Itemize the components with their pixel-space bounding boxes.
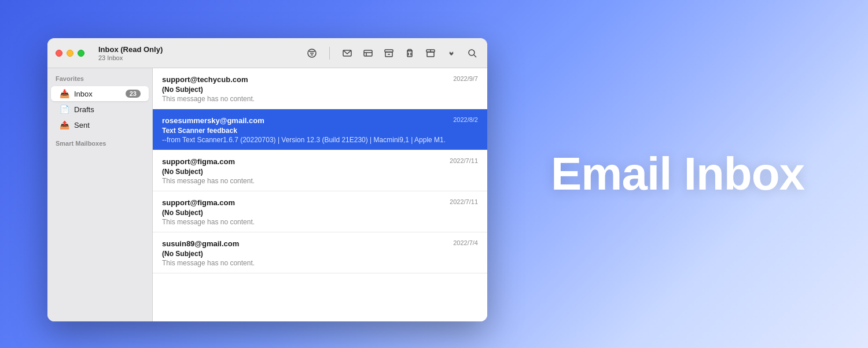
email-date-1: 2022/9/7 xyxy=(453,75,478,82)
email-row1-4: support@figma.com 2022/7/11 xyxy=(162,198,478,207)
flag-icon[interactable] xyxy=(425,47,436,59)
inbox-badge: 23 xyxy=(126,90,141,98)
more-icon[interactable] xyxy=(446,47,457,59)
sent-icon: 📤 xyxy=(59,120,69,129)
filter-icon[interactable] xyxy=(306,47,318,59)
fullscreen-button[interactable] xyxy=(78,50,84,57)
email-date-4: 2022/7/11 xyxy=(450,198,478,205)
compose-icon[interactable] xyxy=(341,47,353,59)
svg-rect-11 xyxy=(407,51,412,57)
sidebar-inbox-label: Inbox xyxy=(74,90,121,98)
hero-panel: Email Inbox xyxy=(487,147,868,201)
traffic-lights xyxy=(47,50,94,57)
email-subject-2: Text Scanner feedback xyxy=(162,127,478,135)
email-preview-3: This message has no content. xyxy=(162,177,478,185)
email-preview-5: This message has no content. xyxy=(162,259,478,267)
favorites-label: Favorites xyxy=(47,75,152,86)
email-row1-1: support@techycub.com 2022/9/7 xyxy=(162,75,478,84)
toolbar-divider xyxy=(329,47,330,60)
sidebar-drafts-label: Drafts xyxy=(74,105,141,114)
email-item-4[interactable]: support@figma.com 2022/7/11 (No Subject)… xyxy=(153,191,487,232)
email-row1-5: susuin89@gmail.com 2022/7/4 xyxy=(162,239,478,248)
sidebar-item-drafts[interactable]: 📄 Drafts xyxy=(51,102,149,117)
email-date-3: 2022/7/11 xyxy=(450,157,478,164)
email-sender-5: susuin89@gmail.com xyxy=(162,239,239,248)
inbox-icon: 📥 xyxy=(59,89,69,98)
smart-mailboxes-label: Smart Mailboxes xyxy=(47,133,152,150)
email-sender-2: rosesummersky@gmail.com xyxy=(162,116,264,125)
svg-rect-5 xyxy=(364,50,372,56)
email-subject-4: (No Subject) xyxy=(162,209,478,217)
svg-rect-15 xyxy=(427,52,434,57)
email-subject-1: (No Subject) xyxy=(162,86,478,94)
svg-point-17 xyxy=(469,50,475,55)
sidebar-item-inbox[interactable]: 📥 Inbox 23 xyxy=(51,86,149,101)
email-sender-1: support@techycub.com xyxy=(162,75,248,84)
email-sender-3: support@figma.com xyxy=(162,157,235,166)
email-sender-4: support@figma.com xyxy=(162,198,235,207)
email-row1-2: rosesummersky@gmail.com 2022/8/2 xyxy=(162,116,478,125)
edit-icon[interactable] xyxy=(362,47,374,59)
archive-icon[interactable] xyxy=(383,47,395,59)
email-item-2[interactable]: rosesummersky@gmail.com 2022/8/2 Text Sc… xyxy=(153,109,487,150)
window-title: Inbox (Read Only) xyxy=(98,45,163,54)
svg-line-18 xyxy=(474,55,476,57)
email-row1-3: support@figma.com 2022/7/11 xyxy=(162,157,478,166)
sidebar-item-sent[interactable]: 📤 Sent xyxy=(51,117,149,132)
hero-title: Email Inbox xyxy=(551,147,804,201)
email-preview-2: --from Text Scanner1.6.7 (20220703) | Ve… xyxy=(162,136,478,144)
main-content: Favorites 📥 Inbox 23 📄 Drafts 📤 Sent Sma… xyxy=(47,68,487,321)
search-icon[interactable] xyxy=(466,47,478,59)
trash-icon[interactable] xyxy=(404,47,415,59)
email-date-5: 2022/7/4 xyxy=(453,239,478,246)
app-window: Inbox (Read Only) 23 Inbox xyxy=(47,38,487,321)
email-subject-5: (No Subject) xyxy=(162,250,478,258)
email-subject-3: (No Subject) xyxy=(162,168,478,176)
title-bar: Inbox (Read Only) 23 Inbox xyxy=(47,38,487,68)
email-list[interactable]: support@techycub.com 2022/9/7 (No Subjec… xyxy=(153,68,487,321)
close-button[interactable] xyxy=(56,50,62,57)
drafts-icon: 📄 xyxy=(59,105,69,114)
window-title-area: Inbox (Read Only) 23 Inbox xyxy=(94,45,306,61)
email-item-3[interactable]: support@figma.com 2022/7/11 (No Subject)… xyxy=(153,150,487,191)
email-date-2: 2022/8/2 xyxy=(453,116,478,123)
toolbar xyxy=(306,47,487,60)
window-subtitle: 23 Inbox xyxy=(98,54,123,61)
minimize-button[interactable] xyxy=(67,50,73,57)
sidebar-sent-label: Sent xyxy=(74,121,141,129)
email-preview-1: This message has no content. xyxy=(162,95,478,103)
sidebar: Favorites 📥 Inbox 23 📄 Drafts 📤 Sent Sma… xyxy=(47,68,153,321)
email-item-1[interactable]: support@techycub.com 2022/9/7 (No Subjec… xyxy=(153,68,487,109)
email-item-5[interactable]: susuin89@gmail.com 2022/7/4 (No Subject)… xyxy=(153,232,487,273)
email-preview-4: This message has no content. xyxy=(162,218,478,226)
